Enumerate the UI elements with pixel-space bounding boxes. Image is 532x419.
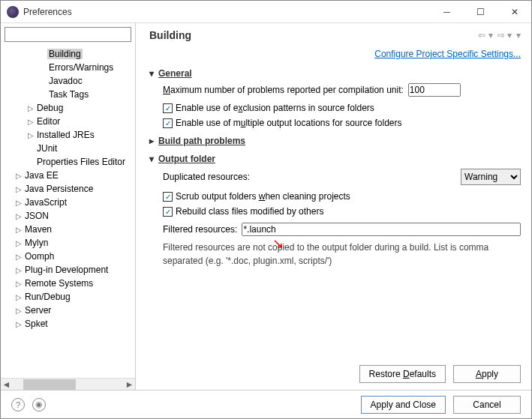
- tree-item[interactable]: ▷Installed JREs: [1, 128, 135, 142]
- chevron-right-icon: ▷: [14, 226, 23, 234]
- twistie-down-icon: ▾: [149, 154, 158, 164]
- filtered-hint: Filtered resources are not copied to the…: [163, 241, 521, 268]
- rebuild-checkbox[interactable]: ✓: [163, 207, 173, 217]
- forward-button[interactable]: ⇨ ▾: [497, 30, 512, 40]
- tree-item-label: Java EE: [23, 170, 60, 181]
- tree-item-label: Errors/Warnings: [47, 62, 115, 73]
- tree-item-label: Mylyn: [23, 238, 50, 248]
- scrub-label: Scrub output folders when cleaning proje…: [176, 191, 350, 202]
- preference-tree[interactable]: BuildingErrors/WarningsJavadocTask Tags▷…: [1, 46, 135, 378]
- tree-item-label: Debug: [35, 103, 65, 113]
- tree-item-label: Server: [23, 305, 53, 316]
- tree-item-label: Editor: [35, 116, 62, 127]
- chevron-right-icon: ▷: [14, 185, 23, 193]
- close-button[interactable]: ✕: [497, 1, 531, 22]
- section-build-path[interactable]: ▸ Build path problems: [149, 136, 521, 146]
- chevron-right-icon: ▷: [14, 266, 23, 274]
- max-problems-label: Maximum number of problems reported per …: [163, 85, 404, 95]
- tree-item[interactable]: ▷Run/Debug: [1, 290, 135, 304]
- tree-item-label: Javadoc: [47, 76, 84, 86]
- tree-item-label: Spket: [23, 319, 50, 329]
- tree-item[interactable]: Properties Files Editor: [1, 155, 135, 169]
- tree-item[interactable]: ▷Maven: [1, 223, 135, 236]
- multiple-output-checkbox[interactable]: ✓: [163, 118, 173, 128]
- tree-item[interactable]: ▷JSON: [1, 209, 135, 223]
- restore-defaults-button[interactable]: Restore Defaults: [359, 365, 446, 383]
- tree-item[interactable]: ▷Server: [1, 304, 135, 317]
- chevron-right-icon: ▷: [26, 104, 35, 112]
- page-title: Building: [149, 29, 191, 41]
- filter-input[interactable]: [5, 27, 131, 42]
- footer: ? ◉ Apply and Close Cancel: [1, 390, 531, 418]
- chevron-right-icon: ▷: [14, 307, 23, 315]
- tree-item-label: JSON: [23, 211, 50, 221]
- tree-item[interactable]: Building: [1, 47, 135, 61]
- back-button[interactable]: ⇦ ▾: [478, 30, 492, 40]
- tree-item[interactable]: ▷JavaScript: [1, 196, 135, 209]
- tree-item[interactable]: Errors/Warnings: [1, 61, 135, 74]
- tree-item[interactable]: ▷Oomph: [1, 250, 135, 263]
- tree-item[interactable]: ▷Remote Systems: [1, 277, 135, 290]
- tree-item[interactable]: Task Tags: [1, 88, 135, 101]
- scrub-checkbox[interactable]: ✓: [163, 192, 173, 202]
- app-icon: [7, 6, 19, 18]
- chevron-right-icon: ▷: [14, 172, 23, 180]
- window-title: Preferences: [23, 7, 430, 17]
- tree-item[interactable]: Javadoc: [1, 74, 135, 88]
- chevron-right-icon: ▷: [14, 280, 23, 288]
- horizontal-scrollbar[interactable]: ◄ ►: [1, 378, 135, 391]
- maximize-button[interactable]: ☐: [464, 1, 497, 22]
- filtered-input[interactable]: [242, 223, 521, 236]
- import-export-icon[interactable]: ◉: [32, 398, 46, 412]
- tree-item[interactable]: ▷Editor: [1, 115, 135, 128]
- tree-item-label: Run/Debug: [23, 292, 72, 302]
- menu-button[interactable]: ▾: [516, 30, 521, 40]
- chevron-right-icon: ▷: [14, 199, 23, 207]
- twistie-right-icon: ▸: [149, 136, 158, 146]
- tree-item-label: Properties Files Editor: [35, 157, 127, 167]
- tree-item[interactable]: ▷Spket: [1, 317, 135, 331]
- chevron-right-icon: ▷: [14, 293, 23, 301]
- chevron-right-icon: ▷: [26, 131, 35, 139]
- chevron-right-icon: ▷: [14, 212, 23, 220]
- tree-item-label: Installed JREs: [35, 130, 96, 140]
- chevron-right-icon: ▷: [14, 253, 23, 261]
- tree-item[interactable]: JUnit: [1, 142, 135, 155]
- exclusion-checkbox[interactable]: ✓: [163, 103, 173, 113]
- tree-item[interactable]: ▷Mylyn: [1, 236, 135, 250]
- titlebar: Preferences ─ ☐ ✕: [1, 1, 531, 23]
- minimize-button[interactable]: ─: [430, 1, 464, 22]
- tree-item-label: Remote Systems: [23, 278, 95, 289]
- tree-item-label: Java Persistence: [23, 184, 95, 194]
- tree-item-label: Building: [47, 49, 83, 59]
- tree-item-label: Plug-in Development: [23, 265, 110, 275]
- configure-project-link[interactable]: Configure Project Specific Settings...: [149, 49, 521, 59]
- tree-item-label: JUnit: [35, 143, 59, 154]
- twistie-down-icon: ▾: [149, 68, 158, 79]
- exclusion-label: Enable use of exclusion patterns in sour…: [176, 103, 374, 113]
- help-icon[interactable]: ?: [11, 398, 25, 412]
- apply-button[interactable]: Apply: [453, 365, 521, 383]
- tree-item[interactable]: ▷Java EE: [1, 169, 135, 182]
- apply-and-close-button[interactable]: Apply and Close: [361, 396, 446, 414]
- sidebar: BuildingErrors/WarningsJavadocTask Tags▷…: [1, 23, 136, 391]
- chevron-right-icon: ▷: [14, 320, 23, 328]
- multiple-output-label: Enable use of multiple output locations …: [176, 118, 402, 128]
- max-problems-input[interactable]: [408, 83, 461, 97]
- tree-item[interactable]: ▷Java Persistence: [1, 182, 135, 196]
- main-panel: Building ⇦ ▾ ⇨ ▾ ▾ Configure Project Spe…: [136, 23, 531, 391]
- section-output-folder[interactable]: ▾ Output folder: [149, 154, 521, 164]
- tree-item-label: Oomph: [23, 251, 56, 262]
- duplicated-select[interactable]: Warning: [461, 169, 521, 185]
- duplicated-label: Duplicated resources:: [163, 172, 250, 182]
- tree-item-label: Task Tags: [47, 89, 90, 100]
- tree-item[interactable]: ▷Plug-in Development: [1, 263, 135, 277]
- tree-item[interactable]: ▷Debug: [1, 101, 135, 115]
- chevron-right-icon: ▷: [14, 239, 23, 247]
- filtered-label: Filtered resources:: [163, 224, 237, 235]
- section-general[interactable]: ▾ General: [149, 68, 521, 79]
- tree-item-label: JavaScript: [23, 197, 68, 208]
- chevron-right-icon: ▷: [26, 118, 35, 126]
- tree-item-label: Maven: [23, 224, 53, 235]
- cancel-button[interactable]: Cancel: [453, 396, 521, 414]
